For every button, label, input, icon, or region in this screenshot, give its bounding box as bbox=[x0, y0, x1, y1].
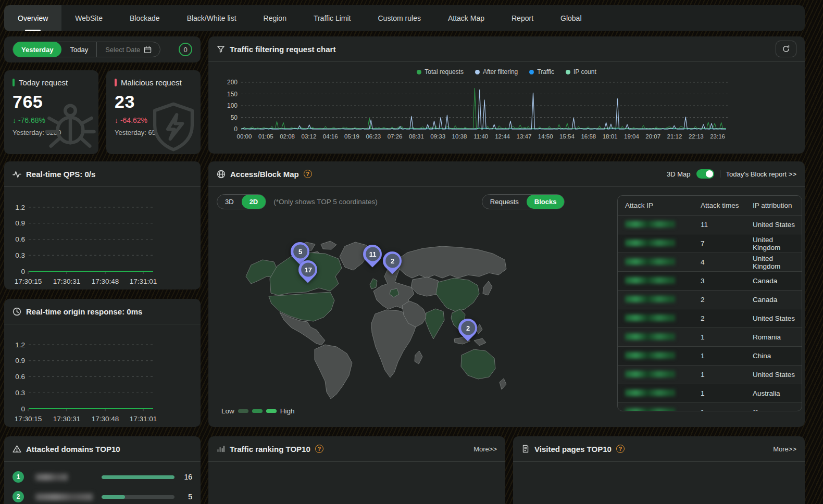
rank-badge: 1 bbox=[13, 471, 24, 483]
legend-item-after-filtering[interactable]: After filtering bbox=[475, 68, 518, 75]
ip-attribution-cell: United States bbox=[753, 221, 802, 229]
nav-tab-website[interactable]: WebSite bbox=[61, 5, 116, 31]
ip-attribution-cell: China bbox=[753, 352, 802, 360]
panel-title: Traffic ranking TOP10 bbox=[230, 445, 310, 453]
attack-times-cell: 1 bbox=[701, 352, 753, 360]
visited-pages-more-link[interactable]: More>> bbox=[773, 445, 796, 453]
map-pin-australia[interactable]: 2 bbox=[458, 319, 477, 337]
select-date-button[interactable]: Select Date bbox=[96, 42, 160, 57]
chart-legend: Total requestsAfter filteringTrafficIP c… bbox=[208, 68, 805, 75]
map-pin-united-states[interactable]: 17 bbox=[298, 260, 317, 279]
block-report-link[interactable]: Today's Block report >> bbox=[726, 170, 796, 178]
svg-text:15:54: 15:54 bbox=[559, 133, 575, 140]
svg-text:20:07: 20:07 bbox=[645, 133, 660, 140]
legend-item-ip-count[interactable]: IP count bbox=[566, 68, 596, 75]
ip-attribution-cell: Romania bbox=[753, 333, 802, 341]
legend-item-traffic[interactable]: Traffic bbox=[529, 68, 554, 75]
svg-text:09:33: 09:33 bbox=[430, 133, 445, 140]
attack-table-row[interactable]: 1United States bbox=[618, 365, 802, 384]
attack-table-row[interactable]: 2United States bbox=[618, 309, 802, 327]
svg-text:04:16: 04:16 bbox=[323, 133, 338, 140]
ip-attribution-cell: Canada bbox=[753, 296, 802, 304]
nav-tab-traffic-limit[interactable]: Traffic Limit bbox=[300, 5, 365, 31]
nav-tab-report[interactable]: Report bbox=[498, 5, 547, 31]
qps-chart-plot: 1.20.90.60.3017:30:1517:30:3117:30:4817:… bbox=[4, 190, 201, 288]
pin-count-label: 2 bbox=[385, 254, 400, 268]
svg-text:0.6: 0.6 bbox=[15, 373, 25, 381]
attack-ip-cell bbox=[625, 333, 701, 342]
legend-label: IP count bbox=[573, 68, 596, 75]
attack-ip-cell bbox=[625, 389, 701, 398]
svg-text:0: 0 bbox=[21, 268, 25, 275]
nav-tab-attack-map[interactable]: Attack Map bbox=[434, 5, 498, 31]
map-mode-requests[interactable]: Requests bbox=[482, 195, 527, 209]
redacted-ip-blur bbox=[625, 352, 675, 359]
yesterday-button[interactable]: Yesterday bbox=[13, 42, 61, 57]
pin-count-label: 2 bbox=[461, 321, 475, 335]
nav-tab-region[interactable]: Region bbox=[250, 5, 300, 31]
help-icon[interactable] bbox=[304, 170, 312, 178]
refresh-button[interactable] bbox=[776, 41, 796, 57]
svg-text:16:58: 16:58 bbox=[581, 133, 596, 140]
legend-high-label: High bbox=[280, 407, 295, 415]
attacked-domain-row[interactable]: 116 bbox=[13, 469, 192, 485]
svg-text:0.9: 0.9 bbox=[15, 357, 25, 364]
svg-text:0.9: 0.9 bbox=[15, 219, 25, 227]
attack-ip-cell bbox=[625, 371, 701, 379]
attack-times-cell: 2 bbox=[701, 296, 753, 304]
nav-tab-black-white-list[interactable]: Black/White list bbox=[173, 5, 250, 31]
attack-times-cell: 4 bbox=[701, 258, 753, 266]
attack-table-row[interactable]: 4United Kingdom bbox=[618, 253, 802, 271]
pin-count-label: 11 bbox=[366, 247, 380, 261]
warning-icon bbox=[13, 445, 21, 453]
column-header-attack-ip: Attack IP bbox=[625, 201, 701, 209]
attack-table-row[interactable]: 7United Kingdom bbox=[618, 234, 802, 253]
today-button[interactable]: Today bbox=[61, 42, 96, 57]
legend-item-total-requests[interactable]: Total requests bbox=[417, 68, 464, 75]
realtime-qps-panel: Real-time QPS: 0/s 1.20.90.60.3017:30:15… bbox=[4, 161, 201, 289]
3d-map-toggle[interactable] bbox=[696, 169, 714, 179]
svg-text:17:30:31: 17:30:31 bbox=[53, 278, 81, 285]
nav-tab-overview[interactable]: Overview bbox=[4, 5, 61, 31]
traffic-ranking-more-link[interactable]: More>> bbox=[473, 445, 497, 453]
svg-text:03:12: 03:12 bbox=[302, 133, 317, 140]
ip-attribution-cell: United States bbox=[753, 314, 802, 322]
legend-dot-icon bbox=[529, 70, 534, 74]
map-mode-blocks[interactable]: Blocks bbox=[527, 195, 565, 209]
svg-text:0.3: 0.3 bbox=[15, 389, 25, 397]
density-swatch-mid bbox=[252, 409, 263, 413]
delta-value: -76.68% bbox=[18, 116, 45, 124]
ip-attribution-cell: United States bbox=[753, 371, 802, 379]
attacked-domain-row[interactable]: 25 bbox=[13, 489, 192, 504]
nav-tab-blockade[interactable]: Blockade bbox=[116, 5, 173, 31]
map-dim-3d[interactable]: 3D bbox=[217, 195, 242, 209]
svg-text:07:26: 07:26 bbox=[388, 133, 403, 140]
svg-text:10:38: 10:38 bbox=[452, 133, 467, 140]
domain-attack-bar bbox=[102, 495, 174, 499]
date-range-group: Yesterday Today Select Date bbox=[13, 42, 160, 57]
map-density-legend: Low High bbox=[221, 407, 295, 415]
map-pin-canada[interactable]: 5 bbox=[291, 242, 309, 261]
attack-table-row[interactable]: 1Romania bbox=[618, 327, 802, 346]
map-pin-united-kingdom[interactable]: 11 bbox=[363, 245, 382, 263]
card-header: Today request bbox=[13, 78, 90, 87]
attack-table-row[interactable]: 3Canada bbox=[618, 271, 802, 290]
density-swatch-high bbox=[266, 409, 277, 413]
attack-table-row[interactable]: 11United States bbox=[618, 215, 802, 234]
help-icon[interactable] bbox=[315, 445, 323, 453]
refresh-countdown-badge: 0 bbox=[179, 43, 192, 56]
svg-text:21:12: 21:12 bbox=[667, 133, 682, 140]
dashboard-root: OverviewWebSiteBlockadeBlack/White listR… bbox=[0, 0, 823, 504]
redacted-ip-blur bbox=[625, 277, 675, 284]
attack-table-row[interactable]: 1Germany bbox=[618, 402, 802, 411]
attack-table-row[interactable]: 2Canada bbox=[618, 290, 802, 309]
rank-badge: 2 bbox=[13, 491, 24, 502]
help-icon[interactable] bbox=[616, 445, 625, 453]
map-dim-2d[interactable]: 2D bbox=[242, 195, 266, 209]
attack-table-row[interactable]: 1China bbox=[618, 346, 802, 365]
nav-tab-custom-rules[interactable]: Custom rules bbox=[365, 5, 434, 31]
attack-table-row[interactable]: 1Australia bbox=[618, 384, 802, 402]
nav-tab-global[interactable]: Global bbox=[547, 5, 595, 31]
attack-ip-cell bbox=[625, 277, 701, 285]
map-pin-eastern-europe[interactable]: 2 bbox=[383, 251, 402, 270]
